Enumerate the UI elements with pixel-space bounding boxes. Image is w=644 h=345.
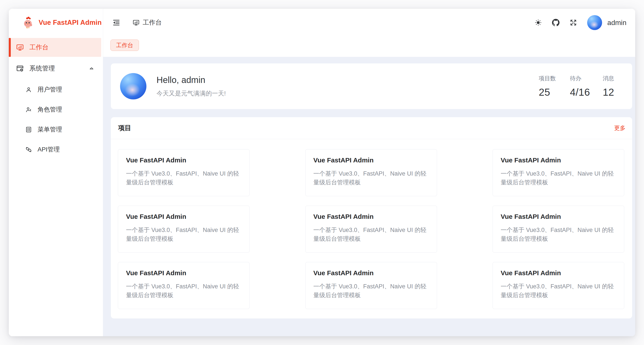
fullscreen-icon[interactable] bbox=[570, 19, 577, 26]
project-card[interactable]: Vue FastAPI Admin 一个基于 Vue3.0、FastAPI、Na… bbox=[118, 149, 250, 196]
sidebar-item-menu-management[interactable]: 菜单管理 bbox=[9, 120, 101, 139]
workbench-icon bbox=[132, 19, 140, 26]
project-card-description: 一个基于 Vue3.0、FastAPI、Naive UI 的轻量级后台管理模板 bbox=[501, 226, 616, 243]
sidebar-item-label: 角色管理 bbox=[38, 105, 62, 114]
user-icon bbox=[25, 86, 32, 93]
api-plug-icon bbox=[25, 146, 32, 153]
app-window: Vue FastAPI Admin 工作台 系统管理 bbox=[9, 9, 635, 336]
breadcrumb-label: 工作台 bbox=[143, 18, 162, 27]
projects-title: 项目 bbox=[118, 124, 131, 132]
breadcrumb[interactable]: 工作台 bbox=[132, 18, 162, 27]
github-icon[interactable] bbox=[552, 19, 560, 26]
stat-value: 4/16 bbox=[570, 86, 590, 98]
project-card-description: 一个基于 Vue3.0、FastAPI、Naive UI 的轻量级后台管理模板 bbox=[126, 282, 242, 300]
app-title: Vue FastAPI Admin bbox=[39, 19, 102, 26]
project-card-title: Vue FastAPI Admin bbox=[126, 156, 242, 164]
stat-projects: 项目数 25 bbox=[539, 74, 557, 98]
project-card-title: Vue FastAPI Admin bbox=[126, 269, 242, 277]
projects-panel: 项目 更多 Vue FastAPI Admin 一个基于 Vue3.0、Fast… bbox=[111, 117, 632, 318]
sidebar-menu: 工作台 系统管理 用户管理 bbox=[9, 36, 103, 160]
sidebar-item-workbench[interactable]: 工作台 bbox=[9, 38, 101, 57]
project-card-title: Vue FastAPI Admin bbox=[314, 156, 429, 164]
project-card-description: 一个基于 Vue3.0、FastAPI、Naive UI 的轻量级后台管理模板 bbox=[501, 169, 616, 187]
page-content: Hello, admin 今天又是元气满满的一天! 项目数 25 待办 4/16 bbox=[103, 57, 635, 336]
project-card[interactable]: Vue FastAPI Admin 一个基于 Vue3.0、FastAPI、Na… bbox=[118, 262, 250, 309]
theme-sun-icon[interactable] bbox=[534, 19, 542, 26]
workbench-icon bbox=[16, 44, 24, 51]
welcome-text: Hello, admin 今天又是元气满满的一天! bbox=[156, 75, 226, 98]
sidebar-item-user-management[interactable]: 用户管理 bbox=[9, 80, 101, 99]
sidebar-item-api-management[interactable]: API管理 bbox=[9, 140, 101, 159]
project-card-description: 一个基于 Vue3.0、FastAPI、Naive UI 的轻量级后台管理模板 bbox=[314, 169, 429, 187]
sidebar-item-label: 工作台 bbox=[30, 43, 48, 52]
project-card-title: Vue FastAPI Admin bbox=[501, 269, 616, 277]
project-card-title: Vue FastAPI Admin bbox=[501, 156, 616, 164]
tabs-bar: 工作台 bbox=[103, 36, 635, 57]
welcome-card: Hello, admin 今天又是元气满满的一天! 项目数 25 待办 4/16 bbox=[111, 64, 632, 109]
sidebar-submenu-system: 用户管理 角色管理 菜单管理 bbox=[9, 79, 103, 160]
stat-value: 25 bbox=[539, 86, 557, 98]
welcome-avatar bbox=[120, 73, 146, 100]
role-icon bbox=[25, 106, 32, 113]
sidebar-collapse-icon[interactable] bbox=[112, 19, 120, 26]
project-card-description: 一个基于 Vue3.0、FastAPI、Naive UI 的轻量级后台管理模板 bbox=[126, 226, 242, 243]
project-card[interactable]: Vue FastAPI Admin 一个基于 Vue3.0、FastAPI、Na… bbox=[492, 206, 624, 252]
welcome-message: 今天又是元气满满的一天! bbox=[156, 89, 226, 98]
stat-messages: 消息 12 bbox=[603, 74, 621, 98]
avatar bbox=[587, 15, 602, 30]
stat-label: 待办 bbox=[570, 74, 590, 82]
sidebar-item-label: 菜单管理 bbox=[38, 125, 62, 134]
desktop-background: Vue FastAPI Admin 工作台 系统管理 bbox=[0, 0, 644, 345]
username: admin bbox=[607, 19, 626, 27]
welcome-greeting: Hello, admin bbox=[156, 75, 226, 85]
project-card-description: 一个基于 Vue3.0、FastAPI、Naive UI 的轻量级后台管理模板 bbox=[501, 282, 616, 300]
project-card[interactable]: Vue FastAPI Admin 一个基于 Vue3.0、FastAPI、Na… bbox=[305, 262, 437, 309]
stat-label: 消息 bbox=[603, 74, 621, 82]
top-header: 工作台 admin bbox=[103, 9, 635, 36]
project-card[interactable]: Vue FastAPI Admin 一个基于 Vue3.0、FastAPI、Na… bbox=[305, 149, 437, 196]
menu-list-icon bbox=[25, 126, 32, 133]
project-card-title: Vue FastAPI Admin bbox=[314, 213, 429, 220]
project-card-description: 一个基于 Vue3.0、FastAPI、Naive UI 的轻量级后台管理模板 bbox=[314, 226, 429, 243]
project-card[interactable]: Vue FastAPI Admin 一个基于 Vue3.0、FastAPI、Na… bbox=[118, 206, 250, 252]
user-menu[interactable]: admin bbox=[587, 15, 626, 30]
project-card-title: Vue FastAPI Admin bbox=[126, 213, 242, 220]
main-area: 工作台 admin bbox=[103, 9, 635, 336]
project-card[interactable]: Vue FastAPI Admin 一个基于 Vue3.0、FastAPI、Na… bbox=[305, 206, 437, 252]
project-card[interactable]: Vue FastAPI Admin 一个基于 Vue3.0、FastAPI、Na… bbox=[492, 149, 624, 196]
projects-header: 项目 更多 bbox=[111, 117, 632, 139]
stats-group: 项目数 25 待办 4/16 消息 12 bbox=[539, 74, 621, 98]
project-card-title: Vue FastAPI Admin bbox=[314, 269, 429, 277]
sidebar-item-system-management[interactable]: 系统管理 bbox=[9, 59, 101, 78]
stat-label: 项目数 bbox=[539, 74, 557, 82]
tab-tag-workbench[interactable]: 工作台 bbox=[110, 40, 139, 51]
system-settings-icon bbox=[16, 64, 24, 72]
sidebar-item-role-management[interactable]: 角色管理 bbox=[9, 100, 101, 119]
chevron-up-icon bbox=[89, 66, 94, 71]
project-card[interactable]: Vue FastAPI Admin 一个基于 Vue3.0、FastAPI、Na… bbox=[492, 262, 624, 309]
stat-todos: 待办 4/16 bbox=[570, 74, 590, 98]
project-card-description: 一个基于 Vue3.0、FastAPI、Naive UI 的轻量级后台管理模板 bbox=[126, 169, 242, 187]
header-actions: admin bbox=[534, 15, 626, 30]
sidebar-item-label: 用户管理 bbox=[38, 85, 62, 94]
app-logo[interactable]: Vue FastAPI Admin bbox=[9, 9, 103, 36]
project-card-description: 一个基于 Vue3.0、FastAPI、Naive UI 的轻量级后台管理模板 bbox=[314, 282, 429, 300]
sidebar-item-label: 系统管理 bbox=[30, 64, 55, 73]
chick-logo-icon bbox=[22, 16, 34, 29]
sidebar: Vue FastAPI Admin 工作台 系统管理 bbox=[9, 9, 103, 336]
stat-value: 12 bbox=[603, 86, 621, 98]
more-link[interactable]: 更多 bbox=[614, 124, 626, 132]
project-card-title: Vue FastAPI Admin bbox=[501, 213, 616, 220]
sidebar-item-label: API管理 bbox=[38, 145, 60, 154]
projects-grid: Vue FastAPI Admin 一个基于 Vue3.0、FastAPI、Na… bbox=[111, 139, 632, 318]
